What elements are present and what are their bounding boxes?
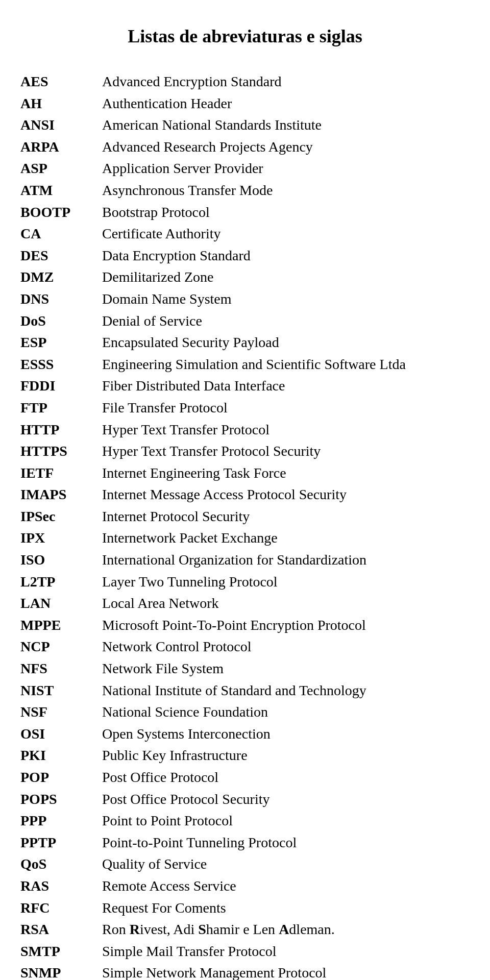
abbr-row: L2TPLayer Two Tunneling Protocol bbox=[20, 572, 470, 593]
abbr-value: Certificate Authority bbox=[102, 224, 470, 244]
abbr-row: ISOInternational Organization for Standa… bbox=[20, 550, 470, 571]
abbr-key: ASP bbox=[20, 158, 102, 179]
abbr-key: MPPE bbox=[20, 615, 102, 636]
abbr-value: Encapsulated Security Payload bbox=[102, 332, 470, 353]
abbr-value: Quality of Service bbox=[102, 854, 470, 875]
abbr-value: Network Control Protocol bbox=[102, 636, 470, 657]
abbr-key: ARPA bbox=[20, 137, 102, 158]
abbr-key: NIST bbox=[20, 680, 102, 701]
abbr-value: Internet Engineering Task Force bbox=[102, 463, 470, 484]
abbr-value: Microsoft Point-To-Point Encryption Prot… bbox=[102, 615, 470, 636]
abbr-row: DoSDenial of Service bbox=[20, 311, 470, 332]
abbr-key: HTTP bbox=[20, 420, 102, 440]
abbr-key: QoS bbox=[20, 854, 102, 875]
abbr-value: Denial of Service bbox=[102, 311, 470, 332]
abbr-value: Simple Network Management Protocol bbox=[102, 963, 470, 980]
abbr-row: POPSPost Office Protocol Security bbox=[20, 789, 470, 810]
abbr-row: RSARon Rivest, Adi Shamir e Len Adleman. bbox=[20, 919, 470, 940]
abbr-value: Demilitarized Zone bbox=[102, 267, 470, 288]
abbr-value: Post Office Protocol bbox=[102, 767, 470, 788]
abbr-key: LAN bbox=[20, 593, 102, 614]
abbr-key: FDDI bbox=[20, 376, 102, 397]
abbr-value: National Science Foundation bbox=[102, 702, 470, 723]
abbr-value: Remote Access Service bbox=[102, 876, 470, 897]
abbr-key: POPS bbox=[20, 789, 102, 810]
abbr-value: Network File System bbox=[102, 658, 470, 679]
abbr-value: International Organization for Standardi… bbox=[102, 550, 470, 571]
abbr-row: IMAPSInternet Message Access Protocol Se… bbox=[20, 484, 470, 505]
abbr-key: DES bbox=[20, 246, 102, 266]
abbr-row: LANLocal Area Network bbox=[20, 593, 470, 614]
abbr-value: Public Key Infrastructure bbox=[102, 745, 470, 766]
abbr-row: AHAuthentication Header bbox=[20, 93, 470, 114]
abbr-value: File Transfer Protocol bbox=[102, 398, 470, 419]
abbr-row: QoSQuality of Service bbox=[20, 854, 470, 875]
abbr-value: Internet Message Access Protocol Securit… bbox=[102, 484, 470, 505]
abbr-row: FDDIFiber Distributed Data Interface bbox=[20, 376, 470, 397]
abbr-row: AESAdvanced Encryption Standard bbox=[20, 71, 470, 92]
abbr-value: Data Encryption Standard bbox=[102, 246, 470, 266]
abbr-row: PKIPublic Key Infrastructure bbox=[20, 745, 470, 766]
abbr-key: IMAPS bbox=[20, 484, 102, 505]
abbr-key: FTP bbox=[20, 398, 102, 419]
abbr-row: POPPost Office Protocol bbox=[20, 767, 470, 788]
abbr-row: PPPPoint to Point Protocol bbox=[20, 811, 470, 831]
abbr-row: ASPApplication Server Provider bbox=[20, 158, 470, 179]
abbr-key: HTTPS bbox=[20, 441, 102, 462]
abbr-key: ISO bbox=[20, 550, 102, 571]
abbr-value: Domain Name System bbox=[102, 289, 470, 310]
abbr-value: Local Area Network bbox=[102, 593, 470, 614]
abbr-value: Post Office Protocol Security bbox=[102, 789, 470, 810]
abbr-key: AES bbox=[20, 71, 102, 92]
abbr-key: ESSS bbox=[20, 354, 102, 375]
abbr-row: OSIOpen Systems Interconection bbox=[20, 724, 470, 745]
abbr-value: Internetwork Packet Exchange bbox=[102, 528, 470, 549]
abbr-row: ESPEncapsulated Security Payload bbox=[20, 332, 470, 353]
abbr-key: IPX bbox=[20, 528, 102, 549]
abbr-row: ARPAAdvanced Research Projects Agency bbox=[20, 137, 470, 158]
abbr-value: Open Systems Interconection bbox=[102, 724, 470, 745]
abbr-key: CA bbox=[20, 224, 102, 244]
abbr-row: IPXInternetwork Packet Exchange bbox=[20, 528, 470, 549]
abbr-value: Hyper Text Transfer Protocol bbox=[102, 420, 470, 440]
abbr-key: PKI bbox=[20, 745, 102, 766]
abbr-key: DoS bbox=[20, 311, 102, 332]
abbr-value: Hyper Text Transfer Protocol Security bbox=[102, 441, 470, 462]
abbr-value: Layer Two Tunneling Protocol bbox=[102, 572, 470, 593]
abbr-value: Ron Rivest, Adi Shamir e Len Adleman. bbox=[102, 919, 470, 940]
abbr-key: IPSec bbox=[20, 506, 102, 527]
abbr-value: Fiber Distributed Data Interface bbox=[102, 376, 470, 397]
abbr-row: CACertificate Authority bbox=[20, 224, 470, 244]
abbr-key: OSI bbox=[20, 724, 102, 745]
abbr-row: NISTNational Institute of Standard and T… bbox=[20, 680, 470, 701]
abbr-value: Simple Mail Transfer Protocol bbox=[102, 941, 470, 962]
abbreviations-table: AESAdvanced Encryption StandardAHAuthent… bbox=[20, 71, 470, 980]
abbr-value: Engineering Simulation and Scientific So… bbox=[102, 354, 470, 375]
abbr-value: Asynchronous Transfer Mode bbox=[102, 180, 470, 201]
abbr-row: BOOTPBootstrap Protocol bbox=[20, 202, 470, 223]
abbr-row: DMZDemilitarized Zone bbox=[20, 267, 470, 288]
abbr-row: IETFInternet Engineering Task Force bbox=[20, 463, 470, 484]
abbr-key: PPTP bbox=[20, 832, 102, 853]
page-title: Listas de abreviaturas e siglas bbox=[20, 26, 470, 47]
abbr-key: DNS bbox=[20, 289, 102, 310]
abbr-row: DNSDomain Name System bbox=[20, 289, 470, 310]
abbr-key: DMZ bbox=[20, 267, 102, 288]
abbr-key: NSF bbox=[20, 702, 102, 723]
abbr-key: ANSI bbox=[20, 115, 102, 136]
abbr-key: SMTP bbox=[20, 941, 102, 962]
abbr-row: NCPNetwork Control Protocol bbox=[20, 636, 470, 657]
abbr-row: PPTPPoint-to-Point Tunneling Protocol bbox=[20, 832, 470, 853]
abbr-row: ESSSEngineering Simulation and Scientifi… bbox=[20, 354, 470, 375]
abbr-key: IETF bbox=[20, 463, 102, 484]
abbr-row: MPPEMicrosoft Point-To-Point Encryption … bbox=[20, 615, 470, 636]
abbr-row: IPSecInternet Protocol Security bbox=[20, 506, 470, 527]
abbr-row: RASRemote Access Service bbox=[20, 876, 470, 897]
abbr-key: RSA bbox=[20, 919, 102, 940]
abbr-row: SNMPSimple Network Management Protocol bbox=[20, 963, 470, 980]
abbr-row: ANSIAmerican National Standards Institut… bbox=[20, 115, 470, 136]
abbr-value: Point to Point Protocol bbox=[102, 811, 470, 831]
abbr-row: HTTPSHyper Text Transfer Protocol Securi… bbox=[20, 441, 470, 462]
abbr-key: RAS bbox=[20, 876, 102, 897]
abbr-key: SNMP bbox=[20, 963, 102, 980]
